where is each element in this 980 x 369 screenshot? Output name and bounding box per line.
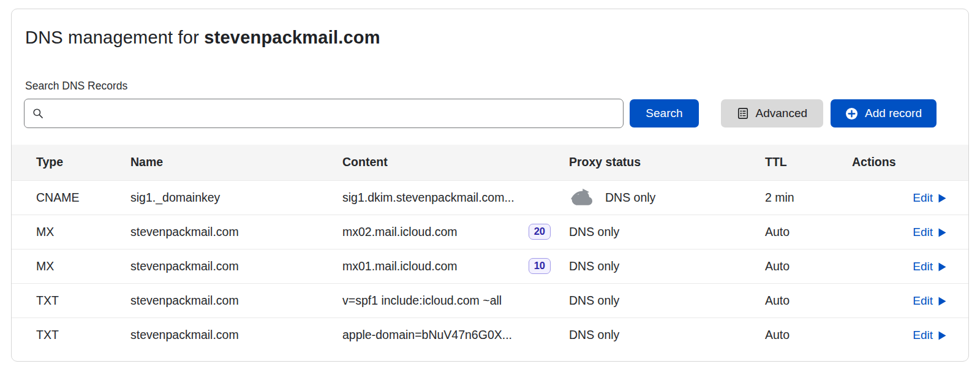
record-name: sig1._domainkey — [130, 180, 342, 215]
record-name: stevenpackmail.com — [130, 249, 342, 283]
search-controls-row: Search Advanced Add record — [12, 99, 968, 128]
record-content: v=spf1 include:icloud.com ~all — [342, 294, 502, 308]
caret-right-icon — [938, 194, 946, 203]
record-content: apple-domain=bNuV47n6G0X... — [342, 328, 512, 342]
column-header-proxy-status: Proxy status — [552, 145, 754, 180]
record-type: CNAME — [12, 180, 130, 215]
edit-record-link[interactable]: Edit — [913, 294, 946, 308]
record-type: TXT — [12, 318, 130, 352]
edit-link-label: Edit — [913, 329, 933, 342]
record-proxy-status: DNS only — [569, 328, 619, 342]
edit-link-label: Edit — [913, 260, 933, 273]
record-name: stevenpackmail.com — [130, 283, 342, 318]
edit-record-link[interactable]: Edit — [913, 260, 946, 273]
search-dns-records-label: Search DNS Records — [25, 80, 955, 93]
caret-right-icon — [938, 331, 946, 340]
record-ttl: 2 min — [754, 180, 841, 215]
record-content: sig1.dkim.stevenpackmail.com... — [342, 191, 514, 205]
record-name: stevenpackmail.com — [130, 215, 342, 249]
mx-priority-badge: 20 — [529, 224, 551, 240]
record-proxy-status: DNS only — [569, 294, 619, 308]
mx-priority-badge: 10 — [529, 258, 551, 274]
column-header-content: Content — [342, 145, 552, 180]
advanced-button[interactable]: Advanced — [721, 99, 824, 127]
edit-record-link[interactable]: Edit — [913, 191, 946, 205]
record-type: MX — [12, 215, 130, 249]
plus-circle-icon — [845, 107, 858, 120]
dns-management-card: DNS management for stevenpackmail.com Se… — [11, 9, 969, 362]
search-button-label: Search — [646, 107, 682, 120]
edit-link-label: Edit — [913, 226, 933, 239]
caret-right-icon — [938, 297, 946, 306]
record-proxy-status: DNS only — [569, 259, 619, 273]
edit-link-label: Edit — [913, 191, 933, 205]
search-input[interactable] — [24, 99, 624, 128]
search-box — [24, 99, 624, 128]
caret-right-icon — [938, 228, 946, 237]
column-header-name: Name — [130, 145, 342, 180]
record-name: stevenpackmail.com — [130, 318, 342, 352]
add-record-button[interactable]: Add record — [831, 99, 937, 127]
advanced-list-icon — [737, 107, 749, 120]
edit-link-label: Edit — [913, 294, 933, 308]
page-title-prefix: DNS management for — [25, 28, 204, 47]
table-header-row: Type Name Content Proxy status TTL Actio… — [12, 145, 968, 180]
dns-record-row: MX stevenpackmail.com mx01.mail.icloud.c… — [12, 249, 968, 283]
record-content: mx01.mail.icloud.com — [342, 259, 457, 273]
search-button[interactable]: Search — [630, 99, 698, 127]
dns-records-table: Type Name Content Proxy status TTL Actio… — [12, 145, 968, 352]
record-ttl: Auto — [754, 249, 841, 283]
record-content: mx02.mail.icloud.com — [342, 225, 457, 239]
record-ttl: Auto — [754, 318, 841, 352]
dns-record-row: TXT stevenpackmail.com v=spf1 include:ic… — [12, 283, 968, 318]
dns-record-row: CNAME sig1._domainkey sig1.dkim.stevenpa… — [12, 180, 968, 215]
record-ttl: Auto — [754, 283, 841, 318]
edit-record-link[interactable]: Edit — [913, 226, 946, 239]
record-proxy-status: DNS only — [569, 225, 619, 239]
record-ttl: Auto — [754, 215, 841, 249]
advanced-button-label: Advanced — [756, 107, 808, 120]
column-header-ttl: TTL — [754, 145, 841, 180]
record-type: MX — [12, 249, 130, 283]
dns-only-cloud-icon — [569, 187, 597, 208]
caret-right-icon — [938, 262, 946, 272]
record-proxy-status: DNS only — [605, 191, 655, 205]
page-title: DNS management for stevenpackmail.com — [25, 28, 955, 48]
record-type: TXT — [12, 283, 130, 318]
edit-record-link[interactable]: Edit — [913, 329, 946, 342]
dns-record-row: TXT stevenpackmail.com apple-domain=bNuV… — [12, 318, 968, 352]
column-header-actions: Actions — [841, 145, 968, 180]
add-record-button-label: Add record — [865, 107, 922, 120]
column-header-type: Type — [12, 145, 130, 180]
dns-record-row: MX stevenpackmail.com mx02.mail.icloud.c… — [12, 215, 968, 249]
page-title-domain: stevenpackmail.com — [204, 28, 380, 47]
